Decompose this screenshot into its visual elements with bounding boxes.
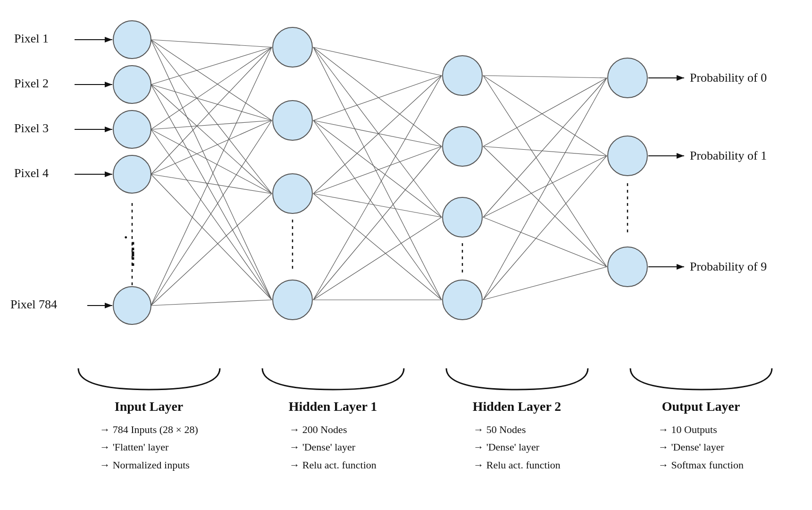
h1-node-4 [273, 280, 312, 320]
svg-line-31 [151, 47, 272, 306]
svg-line-45 [313, 194, 442, 217]
pixel-2-label: Pixel 2 [14, 76, 49, 90]
hidden2-layer-details: → 50 Nodes → 'Dense' layer → Relu act. f… [473, 421, 561, 474]
input-detail-2: → 'Flatten' layer [100, 438, 198, 456]
input-layer-title: Input Layer [115, 399, 183, 414]
input-node-1 [113, 21, 151, 59]
svg-line-16 [151, 40, 272, 120]
svg-line-60 [483, 78, 607, 300]
svg-line-33 [151, 194, 272, 306]
svg-line-32 [151, 120, 272, 306]
svg-line-53 [483, 76, 607, 267]
svg-line-44 [313, 146, 442, 194]
svg-line-20 [151, 85, 272, 120]
out-node-9 [608, 247, 647, 287]
svg-line-24 [151, 120, 272, 129]
output-layer-title: Output Layer [662, 399, 740, 414]
svg-line-47 [313, 76, 442, 300]
prob-0-label: Probability of 0 [690, 71, 767, 85]
hidden1-layer-details: → 200 Nodes → 'Dense' layer → Relu act. … [289, 421, 377, 474]
hidden2-layer-info: Hidden Layer 2 → 50 Nodes → 'Dense' laye… [442, 366, 593, 474]
input-node-3 [113, 110, 151, 148]
hidden1-brace [258, 366, 409, 394]
hidden1-detail-3: → Relu act. function [289, 456, 377, 474]
input-detail-3: → Normalized inputs [100, 456, 198, 474]
pixel-3-label: Pixel 3 [14, 121, 49, 135]
output-layer-details: → 10 Outputs → 'Dense' layer → Softmax f… [658, 421, 744, 474]
h2-node-4 [443, 280, 482, 320]
output-detail-3: → Softmax function [658, 456, 744, 474]
hidden2-detail-3: → Relu act. function [473, 456, 561, 474]
svg-line-46 [313, 194, 442, 300]
hidden2-brace [442, 366, 593, 394]
pixel-1-label: Pixel 1 [14, 32, 49, 45]
prob-1-label: Probability of 1 [690, 149, 767, 162]
svg-line-51 [483, 76, 607, 78]
input-brace [74, 366, 225, 394]
svg-line-49 [313, 217, 442, 300]
svg-line-35 [313, 47, 442, 76]
output-detail-2: → 'Dense' layer [658, 438, 744, 456]
svg-line-37 [313, 47, 442, 217]
main-canvas: Pixel 1 Pixel 2 Pixel 3 Pixel 4 Pixel 78… [0, 0, 812, 510]
output-detail-1: → 10 Outputs [658, 421, 744, 438]
h1-node-1 [273, 27, 312, 67]
svg-line-62 [483, 267, 607, 300]
svg-text:⋮: ⋮ [124, 249, 142, 268]
svg-line-59 [483, 217, 607, 267]
output-layer-info: Output Layer → 10 Outputs → 'Dense' laye… [626, 366, 777, 474]
svg-line-28 [151, 120, 272, 174]
svg-line-39 [313, 76, 442, 120]
input-node-2 [113, 66, 151, 103]
input-layer-details: → 784 Inputs (28 × 28) → 'Flatten' layer… [100, 421, 198, 474]
svg-line-42 [313, 120, 442, 300]
hidden2-detail-1: → 50 Nodes [473, 421, 561, 438]
svg-line-48 [313, 146, 442, 300]
output-brace [626, 366, 777, 394]
h2-node-2 [443, 127, 482, 166]
h1-node-3 [273, 174, 312, 213]
pixel-4-label: Pixel 4 [14, 166, 49, 180]
input-node-4 [113, 155, 151, 193]
h2-node-1 [443, 56, 482, 95]
prob-9-label: Probability of 9 [690, 260, 767, 273]
hidden1-layer-info: Hidden Layer 1 → 200 Nodes → 'Dense' lay… [258, 366, 409, 474]
hidden1-detail-2: → 'Dense' layer [289, 438, 377, 456]
svg-line-52 [483, 76, 607, 156]
svg-line-36 [313, 47, 442, 146]
svg-line-56 [483, 146, 607, 267]
h2-node-3 [443, 197, 482, 237]
bottom-section: Input Layer → 784 Inputs (28 × 28) → 'Fl… [0, 359, 812, 510]
hidden2-layer-title: Hidden Layer 2 [473, 399, 561, 414]
hidden2-detail-2: → 'Dense' layer [473, 438, 561, 456]
network-diagram: Pixel 1 Pixel 2 Pixel 3 Pixel 4 Pixel 78… [0, 0, 812, 368]
svg-text:.: . [124, 226, 128, 241]
out-node-1 [608, 136, 647, 176]
hidden1-detail-1: → 200 Nodes [289, 421, 377, 438]
svg-line-40 [313, 120, 442, 146]
out-node-0 [608, 58, 647, 98]
svg-line-38 [313, 47, 442, 300]
pixel-784-label: Pixel 784 [10, 298, 57, 311]
svg-line-54 [483, 78, 607, 146]
svg-line-27 [151, 47, 272, 174]
input-node-784 [113, 287, 151, 324]
input-layer-info: Input Layer → 784 Inputs (28 × 28) → 'Fl… [74, 366, 225, 474]
h1-node-2 [273, 101, 312, 140]
svg-line-34 [151, 300, 272, 306]
svg-line-30 [151, 174, 272, 300]
svg-line-58 [483, 156, 607, 217]
hidden1-layer-title: Hidden Layer 1 [289, 399, 377, 414]
svg-line-15 [151, 40, 272, 47]
input-detail-1: → 784 Inputs (28 × 28) [100, 421, 198, 438]
svg-line-61 [483, 156, 607, 300]
